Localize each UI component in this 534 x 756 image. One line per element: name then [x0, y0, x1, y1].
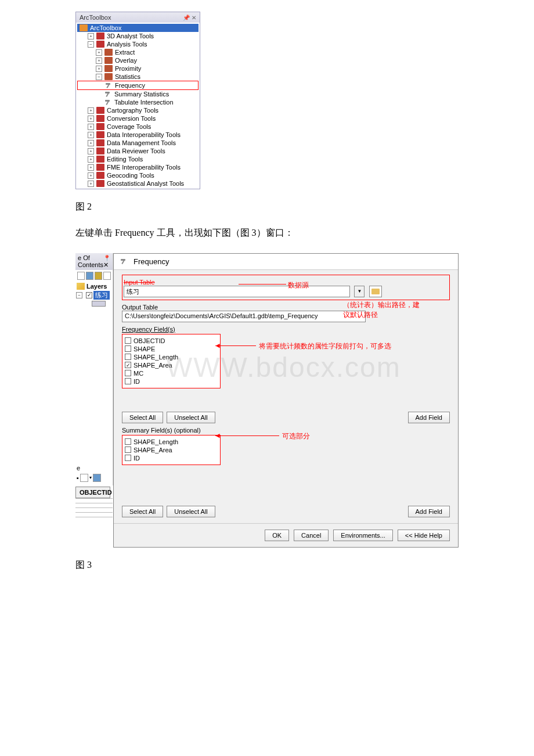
summary-row-shape-length[interactable]: SHAPE_Length	[125, 438, 218, 446]
expand-icon[interactable]: +	[88, 140, 94, 146]
pin-icon[interactable]: 📌	[183, 15, 190, 21]
expand-icon[interactable]: +	[88, 116, 94, 122]
tree-item-overlay[interactable]: +Overlay	[77, 56, 199, 64]
list-by-source-icon[interactable]	[86, 272, 93, 280]
list-by-drawing-icon[interactable]	[77, 272, 85, 280]
toolset-icon	[104, 65, 113, 72]
tree-item-3d-analyst[interactable]: +3D Analyst Tools	[77, 32, 199, 40]
collapse-icon[interactable]: −	[96, 74, 102, 80]
field-checkbox[interactable]	[125, 447, 131, 453]
tree-item-cartography[interactable]: +Cartography Tools	[77, 106, 199, 114]
expand-icon[interactable]: +	[96, 57, 102, 64]
annotation-freq-fields: 将需要统计频数的属性字段前打勾，可多选	[259, 341, 391, 351]
list-by-visibility-icon[interactable]	[95, 272, 102, 280]
field-row-objectid[interactable]: OBJECTID	[125, 337, 218, 345]
tree-item-interop[interactable]: +Data Interoperability Tools	[77, 131, 199, 139]
collapse-icon[interactable]: −	[76, 292, 82, 298]
field-checkbox[interactable]	[125, 337, 131, 344]
expand-icon[interactable]: +	[88, 181, 94, 187]
pin-icon[interactable]: 📍	[103, 255, 110, 261]
field-checkbox[interactable]	[125, 378, 131, 384]
field-row-shape-length[interactable]: SHAPE_Length	[125, 353, 218, 361]
field-checkbox[interactable]	[125, 455, 131, 461]
field-checkbox[interactable]	[125, 362, 131, 368]
add-field-button[interactable]: Add Field	[408, 412, 450, 423]
summary-row-shape-area[interactable]: SHAPE_Area	[125, 446, 218, 454]
dropdown-arrow-icon[interactable]: ▼	[354, 286, 365, 297]
arrow-head-icon: ◄	[214, 341, 221, 350]
field-row-id[interactable]: ID	[125, 377, 218, 386]
tree-item-proximity[interactable]: +Proximity	[77, 64, 199, 73]
select-all-button[interactable]: Select All	[122, 506, 163, 517]
annotation-arrow	[239, 284, 286, 285]
unselect-all-button[interactable]: Unselect All	[167, 506, 215, 517]
tree-item-conversion[interactable]: +Conversion Tools	[77, 114, 199, 123]
expand-icon[interactable]: +	[88, 172, 94, 179]
field-checkbox[interactable]	[125, 370, 131, 376]
tree-item-tabulate[interactable]: Tabulate Intersection	[77, 98, 199, 106]
input-table-dropdown[interactable]: 练习	[124, 286, 350, 297]
arrow-head-icon: ◄	[214, 431, 221, 440]
tree-item-summary-stats[interactable]: Summary Statistics	[77, 90, 199, 98]
expand-icon[interactable]: +	[96, 66, 102, 72]
list-by-selection-icon[interactable]	[103, 272, 111, 280]
hide-help-button[interactable]: << Hide Help	[398, 530, 450, 541]
table-rule	[75, 507, 113, 512]
ok-button[interactable]: OK	[265, 530, 289, 541]
tree-item-frequency[interactable]: Frequency	[77, 81, 199, 90]
expand-icon[interactable]: +	[88, 164, 94, 171]
expand-icon[interactable]: +	[88, 156, 94, 163]
tree-item-datamgmt[interactable]: +Data Management Tools	[77, 139, 199, 147]
tree-item-reviewer[interactable]: +Data Reviewer Tools	[77, 147, 199, 155]
expand-icon[interactable]: +	[88, 132, 94, 138]
field-row-shape[interactable]: SHAPE	[125, 345, 218, 353]
collapse-icon[interactable]: −	[88, 41, 94, 48]
expand-icon[interactable]: +	[88, 33, 94, 39]
layer-item[interactable]: − 练习	[75, 291, 113, 300]
expand-icon[interactable]: +	[88, 148, 94, 154]
layer-symbol	[92, 301, 106, 307]
layers-root[interactable]: Layers	[75, 282, 113, 291]
environments-button[interactable]: Environments...	[333, 530, 392, 541]
expand-icon[interactable]: +	[88, 107, 94, 114]
browse-button[interactable]	[369, 286, 382, 297]
close-icon[interactable]: ✕	[192, 15, 196, 21]
field-row-shape-area[interactable]: SHAPE_Area	[125, 361, 218, 369]
layer-visibility-checkbox[interactable]	[86, 292, 92, 298]
summary-row-id[interactable]: ID	[125, 454, 218, 462]
tree-item-extract[interactable]: +Extract	[77, 48, 199, 56]
tree-item-coverage[interactable]: +Coverage Tools	[77, 123, 199, 131]
tree-label: Cartography Tools	[107, 107, 158, 114]
input-table-label: Input Table	[124, 279, 448, 286]
toolbox-folder-icon	[96, 131, 104, 138]
expand-icon[interactable]: +	[96, 49, 102, 56]
tool-icon[interactable]	[93, 474, 101, 482]
tool-icon	[104, 91, 112, 98]
tree-item-statistics[interactable]: −Statistics	[77, 73, 199, 81]
toolbox-folder-icon	[96, 147, 104, 154]
field-checkbox[interactable]	[125, 345, 131, 352]
field-checkbox[interactable]	[125, 438, 131, 445]
tree-item-geostat[interactable]: +Geostatistical Analyst Tools	[77, 179, 199, 188]
expand-icon[interactable]: +	[88, 124, 94, 130]
field-checkbox[interactable]	[125, 354, 131, 360]
tree-item-geocoding[interactable]: +Geocoding Tools	[77, 171, 199, 179]
toolbox-folder-icon	[96, 33, 104, 39]
output-table-field[interactable]: C:\Users\tongfeiz\Documents\ArcGIS\Defau…	[122, 311, 366, 322]
field-row-mc[interactable]: MC	[125, 369, 218, 377]
tool-icon[interactable]	[80, 474, 88, 482]
tree-label: Extract	[115, 49, 135, 56]
dropdown-icon[interactable]: ▾	[89, 475, 92, 480]
summary-fields-list: SHAPE_Length SHAPE_Area ID	[122, 435, 221, 465]
field-label: SHAPE_Area	[134, 362, 172, 369]
unselect-all-button[interactable]: Unselect All	[167, 412, 215, 423]
tree-label: Summary Statistics	[114, 91, 169, 98]
add-field-button[interactable]: Add Field	[408, 506, 450, 517]
close-icon[interactable]: ✕	[103, 261, 109, 268]
select-all-button[interactable]: Select All	[122, 412, 163, 423]
tree-item-analysis[interactable]: −Analysis Tools	[77, 40, 199, 48]
cancel-button[interactable]: Cancel	[294, 530, 329, 541]
tree-item-editing[interactable]: +Editing Tools	[77, 155, 199, 163]
tree-item-fme[interactable]: +FME Interoperability Tools	[77, 163, 199, 171]
tree-root[interactable]: ArcToolbox	[77, 24, 199, 32]
